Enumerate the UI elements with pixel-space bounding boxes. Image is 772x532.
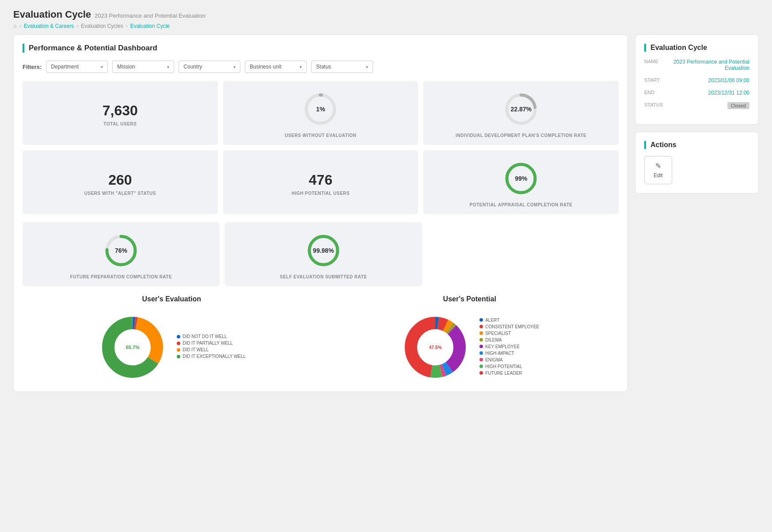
circle-future-prep: 76% — [103, 233, 139, 268]
stat-idp-completion: 22.87% INDIVIDUAL DEVELOPMENT PLAN'S COM… — [423, 81, 619, 145]
circle-idp: 22.87% — [503, 91, 539, 127]
filter-status[interactable]: Status ▾ — [311, 61, 373, 73]
legend-item: ALERT — [479, 318, 539, 323]
legend-item: KEY EMPLOYEE — [479, 344, 539, 349]
stat-label-total-users: TOTAL USERS — [103, 122, 137, 126]
stat-alert-users: 260 USERS WITH "ALERT" STATUS — [23, 150, 218, 214]
actions-card-title: Actions — [644, 141, 749, 149]
legend-item: HIGH POTENTIAL — [479, 364, 539, 369]
info-val-name: 2023 Performance and Potential Evaluatio… — [669, 59, 749, 71]
right-sidebar: Evaluation Cycle NAME 2023 Performance a… — [635, 34, 759, 392]
legend-item: CONSISTENT EMPLOYEE — [479, 324, 539, 329]
stat-total-users: 7,630 TOTAL USERS — [23, 81, 218, 145]
charts-section: User's Evaluation — [23, 295, 619, 383]
info-row-start: START 2023/01/06 09:00 — [644, 77, 749, 84]
filter-department[interactable]: Department ▾ — [46, 61, 108, 73]
circle-potential-appraisal: 99% — [503, 161, 539, 196]
potential-chart-content: 47.5% ALERT CONSISTENT EMPLOYEE — [321, 312, 619, 383]
info-key-start: START — [644, 77, 669, 83]
legend-dot — [177, 348, 180, 352]
legend-dot — [479, 371, 483, 375]
title-sub: 2023 Performance and Potential Evaluatio… — [95, 12, 205, 19]
info-val-start: 2023/01/06 09:00 — [708, 77, 749, 84]
potential-donut-center: 47.5% — [429, 345, 441, 350]
chevron-down-icon: ▾ — [101, 65, 103, 69]
edit-icon: ✎ — [655, 162, 661, 170]
legend-item: DID IT WELL — [177, 347, 246, 352]
dashboard-panel: Performance & Potential Dashboard Filter… — [13, 34, 628, 392]
eval-legend: DID NOT DO IT WELL DID IT PARTIALLY WELL… — [177, 334, 246, 361]
legend-dot — [479, 345, 483, 348]
edit-label: Edit — [654, 172, 663, 179]
legend-dot — [479, 331, 483, 335]
circle-text-self-eval: 99.98% — [313, 247, 334, 254]
filter-mission[interactable]: Mission ▾ — [112, 61, 174, 73]
circle-text-idp: 22.87% — [510, 106, 531, 113]
filters-row: Filters: Department ▾ Mission ▾ Country … — [23, 61, 619, 73]
info-key-name: NAME — [644, 59, 669, 64]
home-icon[interactable]: ⌂ — [13, 23, 17, 29]
stat-label-potential-appraisal: POTENTIAL APPRAISAL COMPLETION RATE — [470, 202, 573, 207]
stat-label-idp: INDIVIDUAL DEVELOPMENT PLAN'S COMPLETION… — [456, 133, 586, 138]
stat-value-high-potential: 476 — [309, 172, 332, 188]
main-layout: Performance & Potential Dashboard Filter… — [13, 34, 759, 392]
stats-grid-row3: 76% FUTURE PREPARATION COMPLETION RATE 9… — [23, 222, 422, 286]
eval-chart-content: 65.7% DID NOT DO IT WELL DID IT PARTIALL… — [23, 312, 321, 383]
circle-self-eval: 99.98% — [306, 233, 341, 268]
potential-donut: 47.5% — [400, 312, 471, 383]
chevron-down-icon: ▾ — [366, 65, 368, 69]
stat-label-high-potential: HIGH POTENTIAL USERS — [292, 191, 350, 196]
filter-business-unit[interactable]: Business unit ▾ — [245, 61, 307, 73]
page-title: Evaluation Cycle 2023 Performance and Po… — [13, 9, 759, 20]
legend-item: DID IT EXCEPTIONALLY WELL — [177, 354, 246, 359]
legend-dot — [479, 338, 483, 342]
legend-item: ENIGMA — [479, 357, 539, 362]
stat-self-eval: 99.98% SELF EVALUATION SUBMITTED RATE — [225, 222, 422, 286]
circle-text-without-eval: 1% — [316, 106, 325, 113]
legend-dot — [479, 351, 483, 355]
legend-dot — [479, 365, 483, 368]
eval-chart-title: User's Evaluation — [23, 295, 321, 303]
eval-donut-center: 65.7% — [126, 345, 140, 350]
legend-item: DID IT PARTIALLY WELL — [177, 341, 246, 346]
dashboard-title: Performance & Potential Dashboard — [23, 44, 619, 53]
stat-label-alert: USERS WITH "ALERT" STATUS — [84, 191, 156, 196]
stat-label-self-eval: SELF EVALUATION SUBMITTED RATE — [280, 274, 367, 279]
breadcrumb-evaluation-cycle[interactable]: Evaluation Cycle — [130, 23, 170, 29]
info-val-end: 2023/12/31 12:00 — [708, 90, 749, 96]
legend-item: FUTURE LEADER — [479, 371, 539, 376]
info-row-status: STATUS Closed — [644, 102, 749, 109]
stats-grid: 7,630 TOTAL USERS 1% USERS WITHOUT EVALU… — [23, 81, 619, 214]
breadcrumb-evaluation-careers[interactable]: Evaluation & Careers — [24, 23, 74, 29]
info-row-name: NAME 2023 Performance and Potential Eval… — [644, 59, 749, 71]
legend-dot — [479, 318, 483, 322]
eval-donut: 65.7% — [97, 312, 168, 383]
legend-dot — [177, 355, 180, 358]
evaluation-cycle-card: Evaluation Cycle NAME 2023 Performance a… — [635, 34, 759, 125]
filter-country[interactable]: Country ▾ — [179, 61, 240, 73]
legend-dot — [479, 358, 483, 361]
stat-label-future-prep: FUTURE PREPARATION COMPLETION RATE — [70, 274, 172, 279]
edit-button[interactable]: ✎ Edit — [644, 156, 672, 184]
legend-item: DID NOT DO IT WELL — [177, 334, 246, 339]
breadcrumb-evaluation-cycles: Evaluation Cycles — [81, 23, 123, 29]
legend-dot — [479, 325, 483, 328]
actions-card: Actions ✎ Edit — [635, 132, 759, 194]
legend-item: SPECIALIST — [479, 331, 539, 336]
circle-without-eval: 1% — [303, 91, 338, 127]
circle-text-potential: 99% — [515, 175, 527, 182]
stat-value-total-users: 7,630 — [103, 103, 138, 118]
title-main: Evaluation Cycle — [13, 9, 91, 20]
status-badge: Closed — [727, 102, 749, 109]
stat-value-alert: 260 — [108, 172, 132, 188]
stat-high-potential: 476 HIGH POTENTIAL USERS — [223, 150, 418, 214]
circle-text-future-prep: 76% — [115, 247, 127, 254]
stat-users-without-eval: 1% USERS WITHOUT EVALUATION — [223, 81, 418, 145]
chevron-down-icon: ▾ — [300, 65, 302, 69]
legend-dot — [177, 335, 180, 338]
page-header: Evaluation Cycle 2023 Performance and Po… — [13, 9, 759, 29]
stat-future-prep: 76% FUTURE PREPARATION COMPLETION RATE — [23, 222, 220, 286]
users-evaluation-chart: User's Evaluation — [23, 295, 321, 383]
legend-dot — [177, 342, 180, 345]
info-row-end: END 2023/12/31 12:00 — [644, 90, 749, 96]
